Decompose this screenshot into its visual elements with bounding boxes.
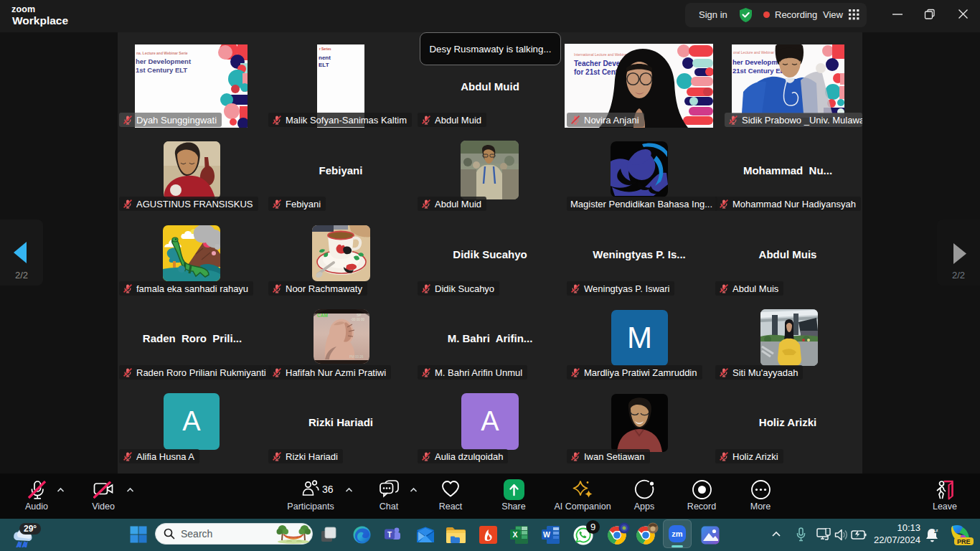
svg-text:-00 00 00: -00 00 00: [351, 318, 365, 321]
svg-text:21st Century EL: 21st Century EL: [732, 67, 785, 75]
svg-text:nent: nent: [319, 55, 331, 61]
svg-text:T: T: [387, 531, 392, 539]
svg-text:her Developme: her Developme: [732, 58, 781, 66]
svg-text:onal Lecture and Webinar: onal Lecture and Webinar: [733, 50, 775, 55]
svg-text:1st Century ELT: 1st Century ELT: [136, 66, 187, 74]
svg-text:CAM: CAM: [317, 313, 328, 318]
svg-text:na. Lecture and Webinar Serie: na. Lecture and Webinar Serie: [136, 51, 188, 55]
svg-text:SP: SP: [357, 313, 362, 317]
svg-text:X: X: [512, 530, 517, 539]
svg-text:PM 00:26: PM 00:26: [349, 355, 364, 359]
svg-text:her Development: her Development: [136, 57, 192, 65]
svg-text:r Series: r Series: [319, 47, 331, 51]
svg-text:W: W: [543, 530, 550, 539]
svg-text:z: z: [936, 528, 938, 532]
svg-text:ELT: ELT: [319, 62, 329, 68]
